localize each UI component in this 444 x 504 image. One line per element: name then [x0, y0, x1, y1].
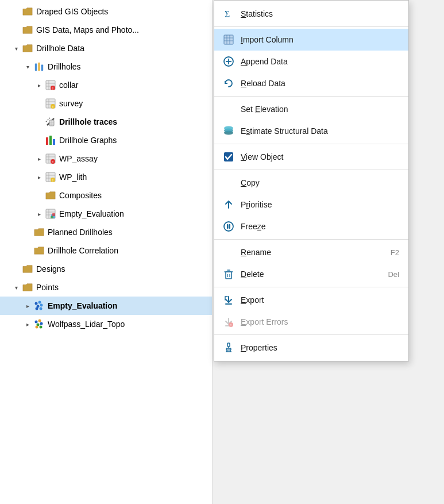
arrow-up-icon	[221, 197, 236, 212]
menu-label: Export	[241, 295, 399, 305]
tree-item-designs[interactable]: Designs	[0, 260, 212, 278]
svg-rect-71	[226, 272, 231, 279]
svg-rect-2	[41, 64, 44, 71]
context-menu: Σ Statistics Import Column Append	[214, 0, 409, 361]
menu-label: Freeze	[241, 222, 399, 231]
empty-icon	[221, 245, 236, 260]
menu-item-estimate-structural[interactable]: Estimate Structural Data	[214, 120, 408, 142]
svg-text:!: !	[52, 87, 53, 90]
tree-label: Draped GIS Objects	[36, 7, 108, 16]
menu-separator	[214, 334, 408, 335]
tree-label: Composites	[59, 191, 102, 200]
folder-icon	[22, 282, 33, 293]
svg-rect-80	[227, 343, 230, 347]
menu-item-properties[interactable]: Properties	[214, 337, 408, 359]
tree-item-wp-lith[interactable]: ! WP_lith	[0, 168, 212, 186]
svg-text:!: !	[52, 160, 53, 164]
svg-text:!: !	[230, 324, 231, 327]
tree-item-drillholes[interactable]: Drillholes	[0, 57, 212, 76]
menu-item-copy[interactable]: Copy	[214, 172, 408, 194]
svg-point-52	[40, 322, 43, 325]
menu-item-rename[interactable]: Rename F2	[214, 241, 408, 263]
svg-point-54	[40, 326, 43, 329]
tree-item-empty-eval[interactable]: Empty_Evaluation	[0, 205, 212, 223]
expand-arrow	[34, 99, 44, 108]
menu-item-freeze[interactable]: Freeze	[214, 216, 408, 237]
menu-item-export-errors[interactable]: ! Export Errors	[214, 311, 408, 333]
expand-arrow	[34, 172, 44, 182]
expand-arrow	[23, 228, 32, 237]
menu-item-append-data[interactable]: Append Data	[214, 51, 408, 72]
export-icon	[221, 293, 236, 307]
folder-icon	[45, 190, 56, 201]
folder-icon	[22, 24, 33, 36]
tree-item-drillhole-data[interactable]: Drillhole Data	[0, 39, 212, 57]
traces-icon	[45, 116, 56, 128]
drillholes-icon	[33, 61, 45, 72]
wrench-icon	[221, 340, 236, 355]
expand-arrow	[23, 301, 32, 310]
tree-item-wp-assay[interactable]: ! WP_assay	[0, 149, 212, 168]
expand-arrow	[23, 320, 32, 329]
tree-label: Points	[36, 283, 59, 292]
tree-label: Empty_Evaluation	[48, 301, 117, 310]
svg-point-44	[38, 301, 41, 304]
folder-icon	[33, 245, 45, 256]
layers-icon	[221, 124, 236, 138]
folder-icon	[33, 226, 45, 238]
menu-item-set-elevation[interactable]: Set Elevation	[214, 98, 408, 120]
menu-item-import-column[interactable]: Import Column	[214, 29, 408, 51]
svg-rect-22	[49, 136, 52, 145]
plus-circle-icon	[221, 54, 236, 69]
menu-item-statistics[interactable]: Σ Statistics	[214, 3, 408, 25]
menu-separator	[214, 287, 408, 287]
tree-item-points[interactable]: Points	[0, 278, 212, 297]
tree-item-drillhole-graphs[interactable]: Drillhole Graphs	[0, 131, 212, 149]
tree-item-draped-gis[interactable]: Draped GIS Objects	[0, 2, 212, 21]
menu-separator	[214, 144, 408, 144]
tree-item-composites[interactable]: Composites	[0, 186, 212, 205]
folder-icon	[22, 43, 33, 54]
menu-item-reload-data[interactable]: Reload Data	[214, 72, 408, 94]
checkmark-icon	[221, 149, 236, 164]
expand-arrow	[34, 191, 44, 200]
tree-item-empty-eval-2[interactable]: Empty_Evaluation	[0, 297, 212, 315]
menu-item-export[interactable]: Export	[214, 289, 408, 311]
tree-label: WP_assay	[59, 154, 98, 163]
tree-item-drillhole-traces[interactable]: Drillhole traces	[0, 113, 212, 131]
svg-rect-42	[51, 216, 53, 218]
tree-label: Drillhole Correlation	[48, 246, 118, 255]
trash-icon	[221, 267, 236, 282]
svg-rect-23	[53, 139, 55, 145]
tree-label: Wolfpass_Lidar_Topo	[48, 320, 125, 329]
tree-label: Drillholes	[48, 62, 81, 71]
expand-arrow	[34, 154, 44, 163]
tree-item-wolfpass[interactable]: Wolfpass_Lidar_Topo	[0, 315, 212, 333]
svg-point-43	[35, 302, 38, 305]
empty-icon	[221, 102, 236, 117]
expand-arrow	[23, 246, 32, 255]
tree-item-collar[interactable]: ! collar	[0, 76, 212, 94]
menu-item-delete[interactable]: Delete Del	[214, 263, 408, 285]
svg-rect-17	[49, 120, 54, 126]
menu-item-view-object[interactable]: View Object	[214, 146, 408, 168]
expand-arrow	[34, 117, 44, 126]
tree-item-correlation[interactable]: Drillhole Correlation	[0, 241, 212, 260]
svg-point-50	[38, 320, 41, 322]
menu-separator	[214, 96, 408, 97]
svg-rect-0	[35, 64, 37, 71]
expand-arrow	[11, 264, 21, 274]
tree-item-survey[interactable]: ! survey	[0, 94, 212, 113]
menu-separator	[214, 239, 408, 240]
tree-panel: Draped GIS Objects GIS Data, Maps and Ph…	[0, 0, 213, 504]
tree-label: Drillhole Data	[36, 44, 84, 53]
svg-rect-82	[226, 348, 231, 350]
tree-item-planned[interactable]: Planned Drillholes	[0, 223, 212, 241]
menu-item-prioritise[interactable]: Prioritise	[214, 194, 408, 216]
menu-separator	[214, 170, 408, 170]
svg-rect-1	[38, 63, 40, 71]
tree-item-gis-data[interactable]: GIS Data, Maps and Photo...	[0, 21, 212, 39]
expand-arrow	[11, 44, 21, 53]
menu-label: Delete	[241, 270, 388, 279]
menu-separator	[214, 26, 408, 27]
